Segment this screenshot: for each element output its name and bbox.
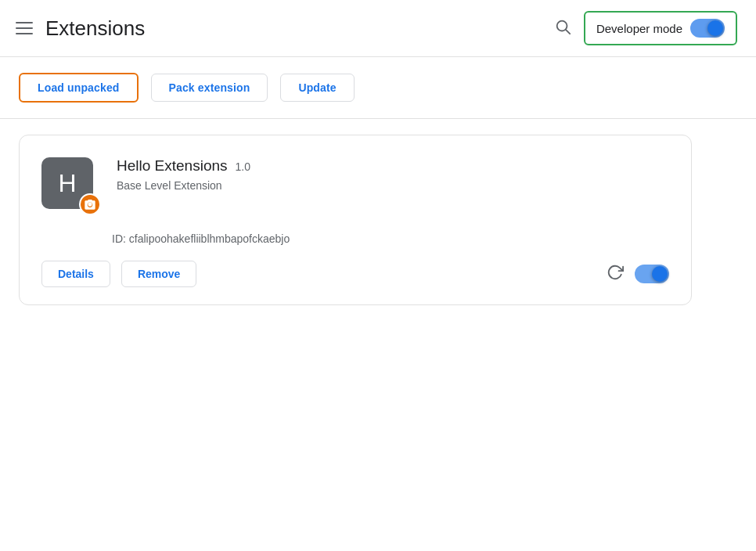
load-unpacked-button[interactable]: Load unpacked bbox=[19, 73, 139, 103]
details-button[interactable]: Details bbox=[41, 261, 110, 287]
extension-version: 1.0 bbox=[236, 160, 250, 173]
svg-point-2 bbox=[88, 202, 92, 206]
extension-icon-letter: H bbox=[58, 169, 76, 198]
header-left: Extensions bbox=[16, 16, 145, 41]
extension-list: H Hello Extensions 1.0 Base Level Extens… bbox=[0, 135, 756, 305]
svg-line-1 bbox=[566, 30, 570, 34]
card-footer-right bbox=[607, 264, 669, 285]
extension-name: Hello Extensions bbox=[117, 157, 228, 175]
extension-info: Hello Extensions 1.0 Base Level Extensio… bbox=[117, 157, 669, 192]
reload-icon[interactable] bbox=[607, 264, 624, 285]
remove-button[interactable]: Remove bbox=[121, 261, 196, 287]
extension-id-value: cfalipoohakefliiblhmbapofckaebjo bbox=[129, 232, 290, 245]
page-title: Extensions bbox=[45, 16, 145, 41]
extension-description: Base Level Extension bbox=[117, 179, 669, 192]
card-footer-left: Details Remove bbox=[41, 261, 196, 287]
card-footer: Details Remove bbox=[41, 261, 669, 287]
extension-badge bbox=[79, 193, 101, 215]
extension-name-row: Hello Extensions 1.0 bbox=[117, 157, 669, 175]
divider bbox=[0, 118, 756, 119]
search-icon[interactable] bbox=[554, 18, 571, 39]
extension-id-prefix: ID: bbox=[112, 232, 126, 245]
header: Extensions Developer mode bbox=[0, 0, 756, 57]
update-button[interactable]: Update bbox=[280, 74, 354, 102]
developer-mode-label: Developer mode bbox=[596, 22, 682, 35]
toolbar: Load unpacked Pack extension Update bbox=[0, 57, 756, 118]
extension-card: H Hello Extensions 1.0 Base Level Extens… bbox=[19, 135, 692, 305]
pack-extension-button[interactable]: Pack extension bbox=[151, 74, 268, 102]
header-right: Developer mode bbox=[554, 11, 737, 45]
extension-id: ID: cfalipoohakefliiblhmbapofckaebjo bbox=[41, 232, 669, 245]
extension-icon-wrapper: H bbox=[41, 157, 98, 214]
developer-mode-toggle[interactable] bbox=[690, 19, 725, 38]
menu-icon[interactable] bbox=[16, 22, 33, 34]
card-top: H Hello Extensions 1.0 Base Level Extens… bbox=[41, 157, 669, 214]
developer-mode-box: Developer mode bbox=[584, 11, 737, 45]
extension-toggle[interactable] bbox=[635, 265, 669, 283]
